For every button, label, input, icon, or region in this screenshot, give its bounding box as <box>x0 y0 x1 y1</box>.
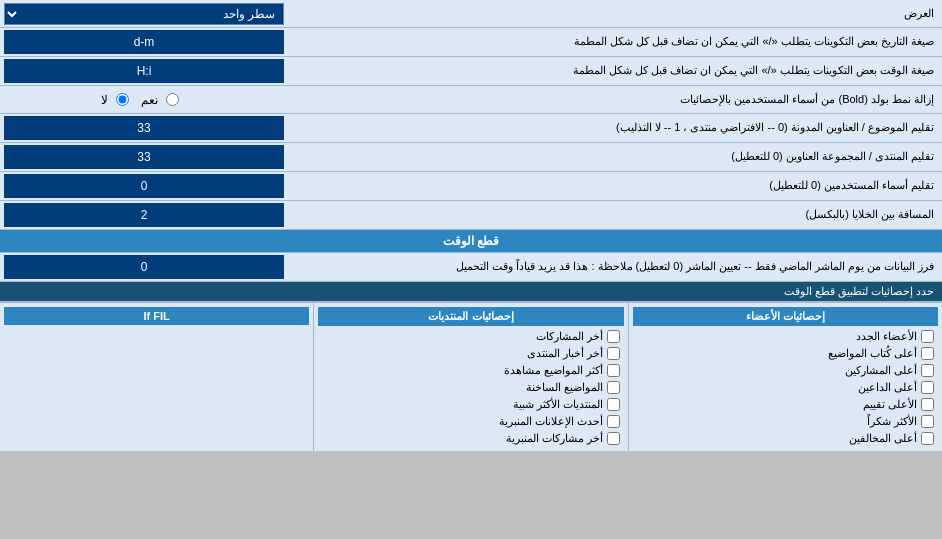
time-cut-input-container <box>4 255 284 279</box>
time-format-row: صيغة الوقت بعض التكوينات يتطلب «/» التي … <box>0 57 942 86</box>
username-trim-input[interactable] <box>8 179 280 193</box>
title-trim-label: تقليم الموضوع / العناوين المدونة (0 -- ا… <box>288 116 942 139</box>
bold-no-label: لا <box>101 93 129 107</box>
forum-stats-check-2[interactable] <box>607 364 620 377</box>
cell-spacing-input[interactable] <box>8 208 280 222</box>
member-stats-check-5[interactable] <box>921 415 934 428</box>
username-trim-input-container <box>4 174 284 198</box>
forum-stats-item-4: المنتديات الأكثر شبية <box>318 396 623 413</box>
member-stats-item-0: الأعضاء الجدد <box>633 328 938 345</box>
member-stats-check-3[interactable] <box>921 381 934 394</box>
forum-stats-col: إحصائيات المنتديات أخر المشاركات أخر أخب… <box>314 303 628 451</box>
cell-spacing-input-container <box>4 203 284 227</box>
time-format-label: صيغة الوقت بعض التكوينات يتطلب «/» التي … <box>288 59 942 82</box>
fil-header: If FIL <box>4 307 309 325</box>
cell-spacing-label: المسافة بين الخلايا (بالبكسل) <box>288 203 942 226</box>
date-format-input-container <box>4 30 284 54</box>
forum-trim-input-container <box>4 145 284 169</box>
title-trim-input-container <box>4 116 284 140</box>
forum-stats-item-0: أخر المشاركات <box>318 328 623 345</box>
forum-stats-item-5: أحدث الإعلانات المنبرية <box>318 413 623 430</box>
forum-stats-check-0[interactable] <box>607 330 620 343</box>
forum-stats-check-4[interactable] <box>607 398 620 411</box>
time-cut-input[interactable] <box>8 260 280 274</box>
cell-spacing-row: المسافة بين الخلايا (بالبكسل) <box>0 201 942 230</box>
forum-trim-input[interactable] <box>8 150 280 164</box>
member-stats-check-4[interactable] <box>921 398 934 411</box>
bold-no-radio[interactable] <box>116 93 129 106</box>
forum-trim-row: تقليم المنتدى / المجموعة العناوين (0 للت… <box>0 143 942 172</box>
bold-remove-row: إزالة نمط بولد (Bold) من أسماء المستخدمي… <box>0 86 942 114</box>
member-stats-item-2: أعلى المشاركين <box>633 362 938 379</box>
member-stats-col: إحصائيات الأعضاء الأعضاء الجدد أعلى كُتا… <box>629 303 942 451</box>
forum-stats-check-3[interactable] <box>607 381 620 394</box>
title-trim-input[interactable] <box>8 121 280 135</box>
forum-stats-item-2: أكثر المواضيع مشاهدة <box>318 362 623 379</box>
time-format-input[interactable] <box>8 64 280 78</box>
time-cut-row: فرز البيانات من يوم الماشر الماضي فقط --… <box>0 253 942 282</box>
member-stats-check-2[interactable] <box>921 364 934 377</box>
forum-stats-header: إحصائيات المنتديات <box>318 307 623 326</box>
member-stats-item-5: الأكثر شكراً <box>633 413 938 430</box>
forum-trim-label: تقليم المنتدى / المجموعة العناوين (0 للت… <box>288 145 942 168</box>
header-row: العرض سطر واحد <box>0 0 942 28</box>
forum-stats-check-6[interactable] <box>607 432 620 445</box>
date-format-input[interactable] <box>8 35 280 49</box>
title-trim-row: تقليم الموضوع / العناوين المدونة (0 -- ا… <box>0 114 942 143</box>
bold-yes-radio[interactable] <box>166 93 179 106</box>
filter-note: حدد إحصائيات لتطبيق قطع الوقت <box>0 282 942 302</box>
forum-stats-check-5[interactable] <box>607 415 620 428</box>
username-trim-label: تقليم أسماء المستخدمين (0 للتعطيل) <box>288 174 942 197</box>
member-stats-check-1[interactable] <box>921 347 934 360</box>
member-stats-item-3: أعلى الداعين <box>633 379 938 396</box>
member-stats-header: إحصائيات الأعضاء <box>633 307 938 326</box>
fil-col: If FIL <box>0 303 314 451</box>
bold-remove-label: إزالة نمط بولد (Bold) من أسماء المستخدمي… <box>280 88 942 111</box>
member-stats-check-0[interactable] <box>921 330 934 343</box>
time-cut-label: فرز البيانات من يوم الماشر الماضي فقط --… <box>288 255 942 278</box>
member-stats-item-6: أعلى المخالفين <box>633 430 938 447</box>
date-format-label: صيغة التاريخ بعض التكوينات يتطلب «/» الت… <box>288 30 942 53</box>
forum-stats-item-3: المواضيع الساخنة <box>318 379 623 396</box>
member-stats-check-6[interactable] <box>921 432 934 445</box>
bold-yes-label: نعم <box>141 93 179 107</box>
forum-stats-item-1: أخر أخبار المنتدى <box>318 345 623 362</box>
member-stats-item-1: أعلى كُتاب المواضيع <box>633 345 938 362</box>
bold-radio-container: نعم لا <box>0 89 280 111</box>
page-title: العرض <box>288 2 942 25</box>
member-stats-item-4: الأعلى تقييم <box>633 396 938 413</box>
time-cut-header: قطع الوقت <box>0 230 942 253</box>
forum-stats-check-1[interactable] <box>607 347 620 360</box>
main-container: العرض سطر واحد صيغة التاريخ بعض التكوينا… <box>0 0 942 451</box>
display-select-container: سطر واحد <box>4 3 284 25</box>
display-select[interactable]: سطر واحد <box>4 3 284 25</box>
bottom-section: إحصائيات الأعضاء الأعضاء الجدد أعلى كُتا… <box>0 302 942 451</box>
time-format-input-container <box>4 59 284 83</box>
username-trim-row: تقليم أسماء المستخدمين (0 للتعطيل) <box>0 172 942 201</box>
date-format-row: صيغة التاريخ بعض التكوينات يتطلب «/» الت… <box>0 28 942 57</box>
forum-stats-item-6: أخر مشاركات المنبرية <box>318 430 623 447</box>
